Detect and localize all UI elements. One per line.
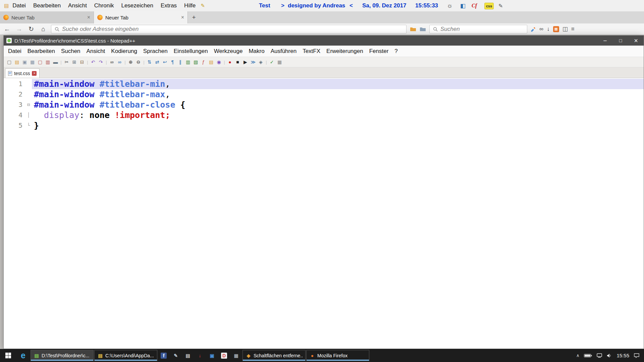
find-icon[interactable]: ∞	[108, 59, 115, 66]
new-file-icon[interactable]: ▢	[6, 59, 13, 66]
tab-close-icon[interactable]: ×	[181, 14, 184, 20]
gear-icon[interactable]: ☼	[447, 0, 452, 11]
tab-close-icon[interactable]: ×	[87, 14, 90, 20]
fold-marker-icon[interactable]: └	[25, 120, 32, 131]
notepad-menu-item[interactable]: Suchen	[58, 48, 84, 55]
zoom-out-icon[interactable]: ⊖	[135, 59, 142, 66]
notepad-menu-item[interactable]: Kodierung	[108, 48, 140, 55]
downloads-folder-icon[interactable]	[420, 26, 426, 32]
shortcuts-icon[interactable]: ▦	[276, 59, 283, 66]
document-map-icon[interactable]: ▧	[192, 59, 199, 66]
firefox-menu-item[interactable]: Extras	[157, 0, 180, 11]
firefox-menu-item[interactable]: Ansicht	[64, 0, 91, 11]
code-line[interactable]: 5└}	[4, 120, 644, 131]
notepad-menu-item[interactable]: Fenster	[366, 48, 392, 55]
firefox-menu-item[interactable]: Datei	[9, 0, 30, 11]
css-addon-badge[interactable]: css	[484, 3, 494, 9]
browser-tab-active[interactable]: Neuer Tab ×	[94, 11, 188, 23]
spellcheck-icon[interactable]: ✓	[268, 59, 275, 66]
stop-macro-icon[interactable]: ■	[234, 59, 241, 66]
firefox-menu-item[interactable]: Bearbeiten	[30, 0, 64, 11]
cf-addon-icon[interactable]: Cf	[472, 0, 477, 11]
folder-workspace-icon[interactable]: ▤	[208, 59, 215, 66]
taskbar-npp-window[interactable]: ▤ D:\Test\Profilordner\c...	[31, 350, 94, 361]
grid-badge-icon[interactable]: ▦	[553, 26, 559, 32]
notes-addon-icon[interactable]: ✎	[498, 0, 503, 11]
code-line[interactable]: 1#main-window #titlebar-min,	[4, 79, 644, 89]
taskbar-download-icon[interactable]: ↓	[194, 350, 206, 361]
sidebar-toggle-icon[interactable]: ◧	[460, 0, 466, 11]
user-language-icon[interactable]: ▥	[184, 59, 192, 66]
sync-vertical-icon[interactable]: ⇅	[146, 59, 153, 66]
highlighter-icon[interactable]	[531, 26, 536, 32]
taskbar-d-icon[interactable]: D	[218, 350, 230, 361]
forward-button[interactable]: →	[15, 25, 23, 33]
copy-icon[interactable]: ⊞	[71, 59, 78, 66]
zoom-in-icon[interactable]: ⊕	[127, 59, 134, 66]
taskbar-firefox-window[interactable]: ● Mozilla Firefox	[306, 350, 369, 361]
code-line[interactable]: 3⊟#main-window #titlebar-close {	[4, 100, 644, 110]
notepad-menu-item[interactable]: Ansicht	[84, 48, 108, 55]
firefox-menu-item[interactable]: Chronik	[91, 0, 118, 11]
save-all-icon[interactable]: ▦	[29, 59, 36, 66]
undo-icon[interactable]: ↶	[90, 59, 97, 66]
menu-icon[interactable]: ≡	[571, 26, 575, 33]
code-line[interactable]: 2#main-window #titlebar-max,	[4, 89, 644, 100]
document-tab-active[interactable]: test.css ×	[5, 68, 40, 78]
url-bar[interactable]: Suche oder Adresse eingeben	[51, 25, 407, 34]
close-all-icon[interactable]: ▥	[44, 59, 51, 66]
infinity-icon[interactable]: ∞	[539, 26, 543, 33]
notepad-menu-item[interactable]: Bearbeiten	[24, 48, 58, 55]
minimize-button[interactable]: –	[597, 36, 613, 46]
new-tab-button[interactable]: +	[188, 11, 200, 23]
notepad-menu-item[interactable]: TextFX	[300, 48, 323, 55]
notepad-titlebar[interactable]: D:\Test\Profilordner\chrome\CSS\test.css…	[4, 36, 644, 46]
save-macro-icon[interactable]: ◈	[257, 59, 264, 66]
save-icon[interactable]: ▣	[21, 59, 28, 66]
taskbar-explorer-window[interactable]: ▤ C:\Users\Andi\AppDa...	[94, 350, 157, 361]
download-icon[interactable]: ↓	[547, 26, 550, 33]
bookmarks-folder-icon[interactable]	[410, 26, 416, 32]
paste-icon[interactable]: ⊟	[78, 59, 86, 66]
taskbar-dialog-window[interactable]: ◈ Schaltflächen entferne...	[243, 350, 306, 361]
tray-expand-icon[interactable]: ∧	[576, 353, 580, 358]
fold-marker-icon[interactable]: │	[25, 110, 32, 120]
firefox-menu-item[interactable]: Hilfe	[180, 0, 199, 11]
notepad-menu-item[interactable]: Erweiterungen	[323, 48, 366, 55]
speaker-icon[interactable]	[607, 353, 612, 358]
maximize-button[interactable]: □	[613, 36, 628, 46]
notepad-menu-item[interactable]: Werkzeuge	[211, 48, 246, 55]
notepad-menu-item[interactable]: Sprachen	[140, 48, 171, 55]
battery-icon[interactable]	[584, 354, 592, 358]
code-line[interactable]: 4│ display: none !important;	[4, 110, 644, 120]
close-button[interactable]: ×	[628, 36, 644, 46]
cut-icon[interactable]: ✂	[63, 59, 70, 66]
play-macro-icon[interactable]: ▶	[242, 59, 249, 66]
taskbar-printer-icon[interactable]: ▦	[230, 350, 242, 361]
open-file-icon[interactable]: ▤	[13, 59, 20, 66]
network-icon[interactable]	[597, 353, 602, 358]
print-icon[interactable]: ▬	[52, 59, 59, 66]
document-close-icon[interactable]: ×	[32, 71, 37, 76]
reload-button[interactable]: ↻	[27, 25, 36, 33]
action-center-icon[interactable]	[634, 353, 639, 358]
fold-marker-icon[interactable]: ⊟	[25, 100, 32, 110]
notepad-menu-item[interactable]: Datei	[5, 48, 24, 55]
taskbar-news-icon[interactable]: ▤	[182, 350, 194, 361]
note-icon[interactable]: ✎	[201, 3, 205, 9]
notepad-menu-item[interactable]: Einstellungen	[171, 48, 211, 55]
redo-icon[interactable]: ↷	[97, 59, 104, 66]
notepad-menu-item[interactable]: ?	[391, 48, 400, 55]
taskbar-photos-icon[interactable]: ▣	[206, 350, 218, 361]
notepad-menu-item[interactable]: Ausführen	[268, 48, 300, 55]
code-editor[interactable]: 1#main-window #titlebar-min,2#main-windo…	[4, 78, 644, 349]
search-bar[interactable]: Suchen	[429, 25, 527, 34]
taskbar-pen-icon[interactable]: ✎	[170, 350, 181, 361]
back-button[interactable]: ←	[3, 25, 11, 33]
close-file-icon[interactable]: ▢	[37, 59, 44, 66]
start-button[interactable]	[0, 349, 16, 362]
taskbar-facebook-icon[interactable]: f	[158, 350, 169, 361]
firefox-menu-item[interactable]: Lesezeichen	[117, 0, 157, 11]
sync-horizontal-icon[interactable]: ⇄	[154, 59, 161, 66]
record-macro-icon[interactable]: ●	[226, 59, 233, 66]
